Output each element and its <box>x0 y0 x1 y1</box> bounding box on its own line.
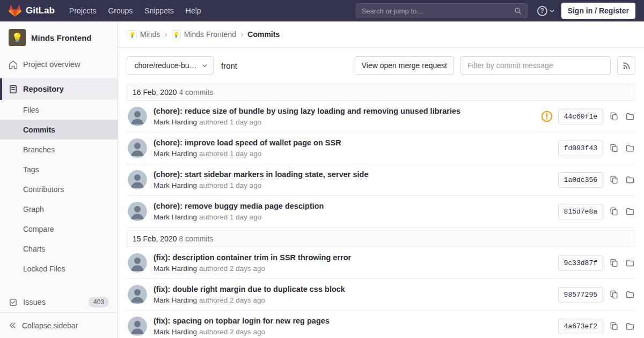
commit-author-link[interactable]: Mark Harding <box>153 296 197 304</box>
commits-feed-button[interactable] <box>617 56 635 75</box>
commit-sha[interactable]: fd093f43 <box>558 141 603 156</box>
commit-title-link[interactable]: (chore): remove buggy media page descipt… <box>153 202 550 210</box>
sidebar-subitem-commits[interactable]: Commits <box>0 120 118 139</box>
sidebar-item-project-overview[interactable]: Project overview <box>0 54 118 75</box>
commit-group: 16 Feb, 20204 commits (chore): reduce si… <box>127 84 635 227</box>
sidebar-project-context[interactable]: 💡 Minds Frontend <box>0 21 118 54</box>
navbar-search-box[interactable] <box>356 3 528 18</box>
repository-icon <box>9 85 18 94</box>
commit-actions: 4a673ef2 <box>558 319 635 334</box>
author-avatar[interactable] <box>128 285 147 304</box>
pipeline-warning-icon[interactable] <box>541 111 553 122</box>
author-avatar[interactable] <box>128 107 147 126</box>
sidebar-subitem-contributors[interactable]: Contributors <box>0 179 118 199</box>
commit-sha[interactable]: 9c33d87f <box>558 255 603 271</box>
copy-sha-button[interactable] <box>609 111 619 122</box>
breadcrumb-project-link[interactable]: 💡 Minds Frontend <box>172 30 236 39</box>
breadcrumb-separator-icon: › <box>164 30 167 39</box>
copy-sha-button[interactable] <box>609 143 619 153</box>
nav-link-groups[interactable]: Groups <box>102 0 138 21</box>
commit-actions: 98577295 <box>558 287 635 303</box>
breadcrumb-group-link[interactable]: 💡 Minds <box>128 30 160 39</box>
browse-files-button[interactable] <box>625 174 635 185</box>
browse-files-button[interactable] <box>625 289 635 300</box>
commit-author-link[interactable]: Mark Harding <box>153 328 197 336</box>
browse-files-button[interactable] <box>625 143 635 153</box>
commit-author-link[interactable]: Mark Harding <box>153 213 197 221</box>
help-menu[interactable]: ? <box>537 6 555 16</box>
sidebar-subitem-charts[interactable]: Charts <box>0 239 118 259</box>
author-avatar[interactable] <box>128 170 147 189</box>
navbar-menu: ProjectsGroupsSnippetsHelp <box>63 0 207 21</box>
sidebar-item-issues[interactable]: Issues 403 <box>0 291 118 313</box>
commit-row: (fix): description container trim in SSR… <box>127 247 635 279</box>
commit-sha[interactable]: 4a673ef2 <box>558 319 603 334</box>
filter-commit-message-input[interactable] <box>460 56 611 75</box>
commit-title-link[interactable]: (chore): start sidebar markers in loadin… <box>153 170 550 179</box>
chevron-down-icon <box>549 8 555 14</box>
sign-in-button[interactable]: Sign in / Register <box>561 3 635 19</box>
commit-row: (chore): reduce size of bundle by using … <box>127 101 635 133</box>
sidebar-subitem-tags[interactable]: Tags <box>0 159 118 179</box>
view-open-merge-request-button[interactable]: View open merge request <box>355 56 454 75</box>
commit-title-link[interactable]: (chore): improve load speed of wallet pa… <box>153 138 550 147</box>
collapse-sidebar-button[interactable]: Collapse sidebar <box>0 312 118 338</box>
commit-sha[interactable]: 815d7e8a <box>558 204 603 219</box>
nav-link-snippets[interactable]: Snippets <box>138 0 179 21</box>
sidebar-subitem-files[interactable]: Files <box>0 100 118 120</box>
nav-link-help[interactable]: Help <box>180 0 207 21</box>
commit-author-link[interactable]: Mark Harding <box>153 118 197 126</box>
commit-authored-time: authored 1 day ago <box>199 150 261 158</box>
person-icon <box>128 317 147 336</box>
commit-date-header: 16 Feb, 20204 commits <box>127 84 635 101</box>
browse-files-button[interactable] <box>625 258 635 268</box>
search-icon <box>514 7 522 14</box>
commit-group: 15 Feb, 20208 commits (fix): description… <box>127 230 635 338</box>
commit-author-link[interactable]: Mark Harding <box>153 181 197 189</box>
author-avatar[interactable] <box>128 202 147 221</box>
copy-sha-button[interactable] <box>609 258 619 268</box>
copy-sha-button[interactable] <box>609 206 619 217</box>
sidebar-subitem-graph[interactable]: Graph <box>0 199 118 219</box>
commit-info: (fix): spacing on topbar login for new r… <box>153 317 550 336</box>
issues-count-badge: 403 <box>89 297 109 307</box>
breadcrumb-group-label: Minds <box>140 30 160 39</box>
project-avatar: 💡 <box>9 29 26 46</box>
commit-sha[interactable]: 1a0dc356 <box>558 172 603 188</box>
copy-sha-button[interactable] <box>609 174 619 185</box>
breadcrumb-separator-icon: › <box>240 30 243 39</box>
gitlab-tanuki-icon <box>9 5 21 17</box>
browse-files-button[interactable] <box>625 206 635 217</box>
clipboard-copy-icon <box>610 144 618 152</box>
lightbulb-icon: 💡 <box>173 32 179 38</box>
sidebar-subitem-compare[interactable]: Compare <box>0 219 118 239</box>
branch-selector-dropdown[interactable]: chore/reduce-bu… <box>127 56 214 75</box>
folder-icon <box>626 207 634 216</box>
commit-title-link[interactable]: (fix): double right margin due to duplic… <box>153 285 550 293</box>
sidebar-item-repository[interactable]: Repository <box>0 78 118 100</box>
commit-title-link[interactable]: (fix): description container trim in SSR… <box>153 253 550 262</box>
commit-authored-time: authored 1 day ago <box>199 118 261 126</box>
search-input[interactable] <box>362 7 514 15</box>
browse-files-button[interactable] <box>625 321 635 332</box>
author-avatar[interactable] <box>128 138 147 158</box>
person-icon <box>128 202 147 221</box>
gitlab-logo[interactable]: GitLab <box>9 5 55 17</box>
nav-link-projects[interactable]: Projects <box>63 0 103 21</box>
breadcrumb: 💡 Minds › 💡 Minds Frontend › Commits <box>118 21 644 48</box>
sidebar-subitem-locked-files[interactable]: Locked Files <box>0 259 118 278</box>
commit-author-link[interactable]: Mark Harding <box>153 264 197 273</box>
commit-title-link[interactable]: (fix): spacing on topbar login for new r… <box>153 317 550 325</box>
commit-sha[interactable]: 98577295 <box>558 287 603 303</box>
author-avatar[interactable] <box>128 253 147 273</box>
group-avatar: 💡 <box>128 30 137 39</box>
gitlab-logo-text: GitLab <box>26 5 55 16</box>
commit-title-link[interactable]: (chore): reduce size of bundle by using … <box>153 107 532 115</box>
commit-sha[interactable]: 44c60f1e <box>558 109 603 124</box>
copy-sha-button[interactable] <box>609 289 619 300</box>
commit-author-link[interactable]: Mark Harding <box>153 150 197 158</box>
browse-files-button[interactable] <box>625 111 635 122</box>
copy-sha-button[interactable] <box>609 321 619 332</box>
author-avatar[interactable] <box>128 317 147 336</box>
sidebar-subitem-branches[interactable]: Branches <box>0 139 118 159</box>
